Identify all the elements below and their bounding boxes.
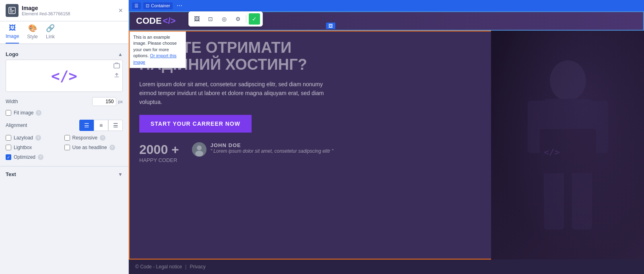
tab-style[interactable]: 🎨 Style bbox=[27, 24, 38, 44]
site-footer: © Code - Legal notice | Privacy bbox=[129, 259, 644, 274]
width-input-group: px bbox=[92, 97, 123, 106]
container-more-button[interactable]: ⋯ bbox=[175, 2, 184, 9]
ftb-settings-button[interactable]: ⚙ bbox=[232, 13, 244, 25]
inner-canvas: CODE </> This is an example image. Pleas… bbox=[129, 11, 644, 274]
ftb-divider bbox=[246, 15, 246, 23]
footer-separator: | bbox=[185, 264, 186, 270]
ftb-crop-button[interactable]: ⊡ bbox=[205, 13, 216, 25]
lightbox-label: Lightbox bbox=[14, 145, 32, 150]
panel-close-button[interactable]: × bbox=[118, 6, 123, 15]
logo-section-title: Logo bbox=[6, 51, 19, 57]
ftb-circle-button[interactable]: ◎ bbox=[219, 13, 230, 25]
site-headline: ХОЧЕТЕ ОТРИМАТИ НАДІЙНИЙ ХОСТИНГ? bbox=[139, 39, 497, 73]
lazyload-responsive-row: Lazyload ? Responsive ? bbox=[6, 133, 123, 143]
use-as-headline-checkbox[interactable] bbox=[64, 145, 70, 150]
image-tooltip: This is an example image. Please choose … bbox=[130, 31, 186, 68]
image-tab-icon: 🖼 bbox=[9, 24, 16, 32]
svg-rect-2 bbox=[10, 10, 14, 11]
fit-image-help-icon[interactable]: ? bbox=[36, 110, 41, 116]
fit-image-wrap: Fit image ? bbox=[6, 110, 41, 116]
container-bar-left: ☰ ⊡ Container ⋯ bbox=[129, 0, 187, 11]
canvas-full: CODE </> This is an example image. Pleas… bbox=[129, 11, 644, 274]
upload-button[interactable] bbox=[114, 72, 120, 79]
headline-line2: НАДІЙНИЙ ХОСТИНГ? bbox=[139, 56, 497, 73]
stat-label: HAPPY CODER bbox=[139, 157, 179, 163]
alignment-row: Alignment ☰ ≡ ☰ bbox=[6, 118, 123, 133]
ftb-confirm-button[interactable]: ✓ bbox=[249, 13, 260, 25]
responsive-help-icon[interactable]: ? bbox=[100, 135, 105, 141]
align-center-button[interactable]: ≡ bbox=[94, 120, 108, 131]
fit-image-label: Fit image bbox=[14, 110, 33, 116]
site-main: ХОЧЕТЕ ОТРИМАТИ НАДІЙНИЙ ХОСТИНГ? Lorem … bbox=[129, 31, 644, 259]
style-tab-icon: 🎨 bbox=[28, 24, 37, 33]
lazyload-wrap: Lazyload ? bbox=[6, 135, 64, 141]
ftb-image-button[interactable]: 🖼 bbox=[191, 13, 202, 25]
responsive-checkbox[interactable] bbox=[64, 135, 70, 141]
tab-style-label: Style bbox=[27, 34, 38, 39]
stat-item: 2000 + HAPPY CODER bbox=[139, 142, 179, 163]
width-unit: px bbox=[118, 99, 123, 104]
site-logo: CODE </> bbox=[136, 16, 175, 26]
left-panel: Image Element #ed-367766158 × 🖼 Image 🎨 … bbox=[0, 0, 129, 274]
link-tab-icon: 🔗 bbox=[46, 24, 55, 33]
panel-tabs: 🖼 Image 🎨 Style 🔗 Link bbox=[0, 21, 128, 44]
svg-rect-4 bbox=[114, 64, 120, 68]
text-section-bar[interactable]: Text ▼ bbox=[0, 166, 128, 182]
panel-header-icon bbox=[6, 4, 19, 17]
width-label: Width bbox=[6, 99, 92, 104]
container-label-badge[interactable]: ⊡ Container bbox=[143, 2, 173, 9]
width-input[interactable] bbox=[92, 97, 116, 106]
lazyload-help-icon[interactable]: ? bbox=[35, 135, 41, 141]
browse-file-button[interactable] bbox=[114, 62, 120, 70]
lazyload-checkbox[interactable] bbox=[6, 135, 11, 141]
container-bar: ☰ ⊡ Container ⋯ bbox=[129, 0, 644, 11]
tab-image-label: Image bbox=[6, 33, 19, 39]
panel-title-wrap: Image Element #ed-367766158 bbox=[22, 5, 70, 16]
align-left-button[interactable]: ☰ bbox=[79, 120, 94, 131]
optimized-row: ✓ Optimized ? bbox=[6, 152, 123, 162]
optimized-checkbox[interactable]: ✓ bbox=[6, 154, 11, 160]
container-nav-icon: ☰ bbox=[134, 3, 138, 8]
container-nav-badge[interactable]: ☰ bbox=[132, 2, 141, 9]
site-description: Lorem ipsum dolor sit amet, consetetur s… bbox=[139, 80, 332, 107]
headline-line1: ХОЧЕТЕ ОТРИМАТИ bbox=[139, 39, 497, 56]
stats-row: 2000 + HAPPY CODER bbox=[139, 142, 497, 163]
svg-text:</>: </> bbox=[544, 147, 560, 157]
use-as-headline-help-icon[interactable]: ? bbox=[109, 145, 115, 150]
testimonial-content: JOHN DOE " Lorem ipsum dolor sit amet, c… bbox=[211, 142, 333, 154]
logo-section-header: Logo ▲ bbox=[6, 48, 123, 60]
tab-link[interactable]: 🔗 Link bbox=[46, 24, 55, 44]
testimonial-quote: " Lorem ipsum dolor sit amet, consetetur… bbox=[211, 148, 333, 154]
testimonial-name: JOHN DOE bbox=[211, 142, 333, 148]
element-selected-badge: 🖼 bbox=[326, 23, 335, 29]
optimized-label: Optimized bbox=[14, 154, 35, 160]
testimonial-avatar bbox=[192, 142, 206, 157]
align-right-button[interactable]: ☰ bbox=[108, 120, 123, 131]
use-as-headline-wrap: Use as headline ? bbox=[64, 145, 123, 150]
cta-button[interactable]: START YOUR CARREER NOW bbox=[139, 115, 252, 133]
container-icon: ⊡ bbox=[146, 3, 149, 8]
fit-image-checkbox[interactable] bbox=[6, 110, 11, 116]
optimized-help-icon[interactable]: ? bbox=[38, 154, 43, 160]
lightbox-wrap: Lightbox bbox=[6, 145, 64, 150]
logo-section-chevron[interactable]: ▲ bbox=[118, 52, 123, 57]
alignment-label: Alignment bbox=[6, 122, 79, 128]
svg-point-6 bbox=[197, 145, 202, 150]
tab-image[interactable]: 🖼 Image bbox=[6, 24, 19, 44]
image-preview-box: </> bbox=[6, 60, 123, 92]
svg-rect-3 bbox=[10, 12, 13, 12]
element-indicator: 🖼 bbox=[326, 23, 335, 29]
svg-point-7 bbox=[195, 151, 203, 156]
lightbox-checkbox[interactable] bbox=[6, 145, 11, 150]
optimized-wrap: ✓ Optimized ? bbox=[6, 154, 43, 160]
svg-point-8 bbox=[550, 60, 586, 101]
svg-rect-12 bbox=[544, 169, 564, 230]
panel-header-left: Image Element #ed-367766158 bbox=[6, 4, 70, 17]
panel-subtitle: Element #ed-367766158 bbox=[22, 11, 70, 16]
footer-privacy: Privacy bbox=[190, 264, 205, 270]
footer-copyright: © Code - Legal notice bbox=[135, 264, 182, 270]
svg-rect-13 bbox=[572, 169, 592, 230]
lightbox-headline-row: Lightbox Use as headline ? bbox=[6, 143, 123, 152]
logo-code-text: CODE bbox=[136, 16, 162, 26]
testimonial: JOHN DOE " Lorem ipsum dolor sit amet, c… bbox=[192, 142, 333, 157]
